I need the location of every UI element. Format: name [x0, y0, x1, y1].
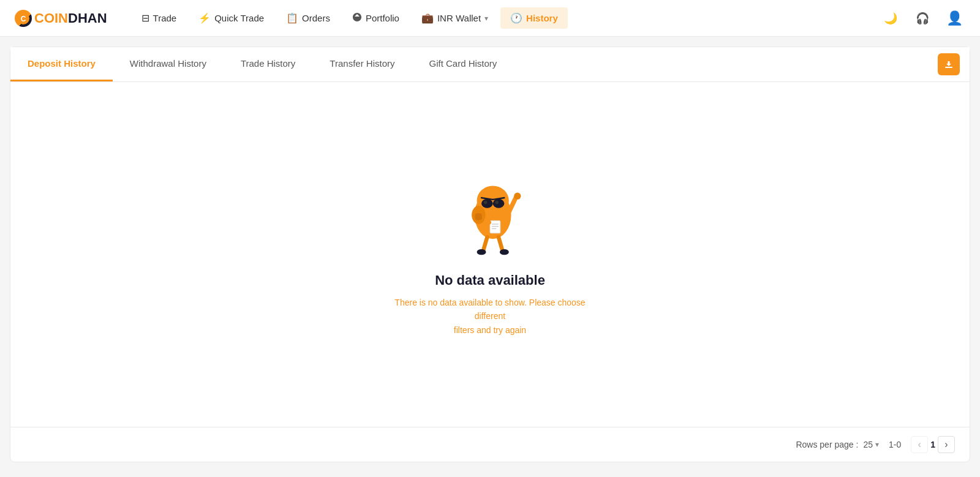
nav-item-portfolio[interactable]: Portfolio: [342, 7, 409, 29]
nav-item-history[interactable]: 🕐 History: [500, 7, 568, 29]
portfolio-icon: [352, 12, 362, 24]
logo-dhan-text: DHAN: [68, 10, 107, 26]
orders-icon: 📋: [286, 12, 298, 24]
nav-item-orders[interactable]: 📋 Orders: [276, 7, 340, 29]
subtitle-part1: There is no data available to show. Plea…: [394, 298, 585, 321]
nav-item-trade[interactable]: ⊟ Trade: [132, 7, 187, 29]
svg-line-11: [509, 198, 516, 212]
nav-label-portfolio: Portfolio: [366, 13, 399, 23]
svg-point-5: [481, 199, 493, 208]
empty-state: No data available There is no data avail…: [10, 82, 970, 427]
chevron-down-icon: ▾: [484, 14, 488, 23]
svg-rect-2: [945, 67, 952, 68]
empty-state-title: No data available: [435, 272, 545, 288]
svg-point-6: [493, 199, 505, 208]
nav-item-quick-trade[interactable]: ⚡ Quick Trade: [189, 7, 274, 29]
pagination-current-page: 1: [930, 440, 935, 449]
pagination-range: 1-0: [889, 440, 901, 449]
svg-point-8: [495, 201, 499, 205]
nav-label-trade: Trade: [153, 13, 177, 23]
rows-per-page-select[interactable]: 25 ▾: [863, 440, 879, 449]
svg-point-12: [514, 193, 521, 200]
rows-per-page-label: Rows per page :: [796, 440, 858, 449]
nav-links: ⊟ Trade ⚡ Quick Trade 📋 Orders Portfolio…: [132, 7, 880, 29]
rows-dropdown-icon: ▾: [875, 440, 879, 449]
empty-state-subtitle: There is no data available to show. Plea…: [392, 296, 588, 337]
nav-item-inr-wallet[interactable]: 💼 INR Wallet ▾: [412, 7, 498, 29]
rows-per-page-section: Rows per page : 25 ▾: [796, 440, 879, 449]
tab-withdrawal-history[interactable]: Withdrawal History: [113, 47, 224, 81]
main-content: Deposit History Withdrawal History Trade…: [10, 47, 970, 462]
download-button[interactable]: [928, 47, 970, 81]
user-profile-icon[interactable]: 👤: [943, 7, 965, 29]
pagination-nav: ‹ 1 ›: [911, 436, 955, 453]
nav-label-quick-trade: Quick Trade: [214, 13, 264, 23]
logo-icon: C: [15, 10, 32, 27]
svg-line-18: [483, 237, 488, 250]
rows-per-page-value: 25: [863, 440, 873, 449]
subtitle-part3: and try again: [477, 325, 526, 335]
history-icon: 🕐: [510, 12, 522, 24]
nav-label-history: History: [526, 13, 558, 23]
tabs-bar: Deposit History Withdrawal History Trade…: [10, 47, 970, 82]
pagination-next-button[interactable]: ›: [938, 436, 955, 453]
trade-icon: ⊟: [141, 12, 149, 24]
svg-point-21: [500, 249, 509, 255]
svg-point-20: [477, 249, 486, 255]
tab-transfer-history[interactable]: Transfer History: [312, 47, 412, 81]
tab-trade-history[interactable]: Trade History: [224, 47, 312, 81]
dark-mode-toggle[interactable]: 🌙: [880, 7, 902, 29]
svg-line-19: [499, 237, 503, 250]
svg-text:C: C: [21, 15, 26, 23]
quick-trade-icon: ⚡: [198, 12, 211, 24]
tab-gift-card-history[interactable]: Gift Card History: [412, 47, 514, 81]
table-footer: Rows per page : 25 ▾ 1-0 ‹ 1 ›: [10, 427, 970, 462]
support-icon[interactable]: 🎧: [911, 7, 933, 29]
nav-right-icons: 🌙 🎧 👤: [880, 7, 965, 29]
svg-point-7: [484, 201, 488, 205]
inr-wallet-icon: 💼: [421, 12, 434, 24]
download-icon: [938, 53, 960, 75]
pagination-prev-button[interactable]: ‹: [911, 436, 928, 453]
subtitle-filters-link[interactable]: filters: [454, 325, 474, 335]
tab-deposit-history[interactable]: Deposit History: [10, 47, 113, 81]
mascot-illustration: [453, 172, 527, 258]
logo[interactable]: C COIN DHAN: [15, 10, 107, 27]
nav-label-inr-wallet: INR Wallet: [437, 13, 481, 23]
navbar: C COIN DHAN ⊟ Trade ⚡ Quick Trade 📋 Orde…: [0, 0, 980, 37]
nav-label-orders: Orders: [302, 13, 330, 23]
tabs-spacer: [514, 47, 928, 81]
svg-rect-13: [490, 220, 500, 233]
svg-rect-23: [475, 213, 482, 220]
logo-coin-text: COIN: [34, 10, 68, 26]
